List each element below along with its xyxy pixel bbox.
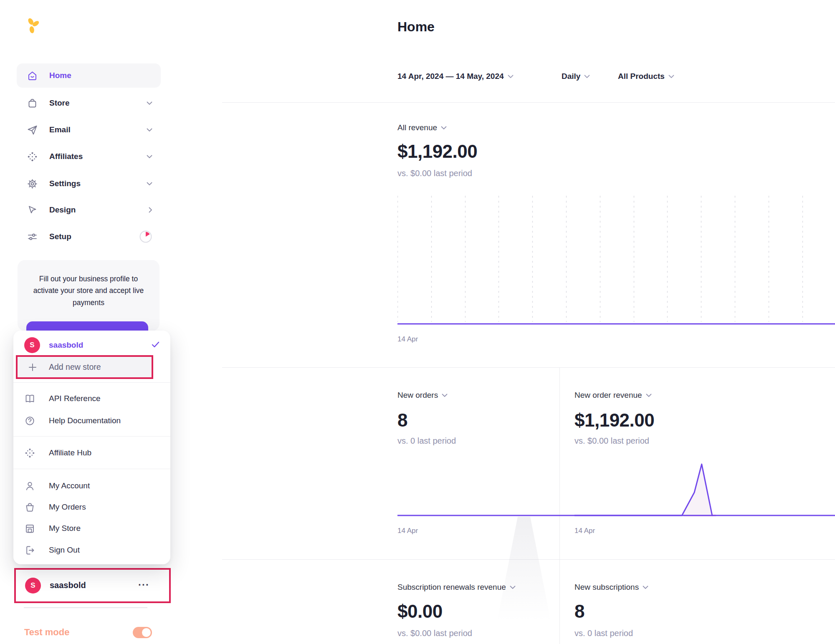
chevron-down-icon [646, 394, 652, 397]
metric-comparison: vs. 0 last period [574, 629, 633, 638]
setup-progress-icon [139, 230, 152, 243]
add-new-store-label: Add new store [49, 362, 101, 372]
metric-title: Subscription renewals revenue [397, 583, 506, 592]
divider [222, 367, 835, 368]
user-icon [24, 480, 35, 492]
store-avatar: S [25, 578, 41, 593]
sidebar-item-email[interactable]: Email [17, 118, 161, 142]
ellipsis-menu-icon[interactable]: ··· [138, 579, 149, 591]
sidebar-item-label: Email [49, 125, 71, 134]
chevron-down-icon [668, 75, 674, 78]
sidebar-item-setup[interactable]: Setup [17, 225, 161, 249]
store-avatar: S [24, 337, 40, 353]
chevron-right-icon [149, 207, 152, 213]
send-icon [27, 124, 38, 136]
app-logo[interactable] [26, 17, 41, 38]
business-profile-card: Fill out your business profile to activa… [18, 260, 159, 331]
metric-value: 8 [397, 410, 407, 431]
sidebar-item-settings[interactable]: Settings [17, 172, 161, 196]
sidebar-item-label: Setup [49, 232, 71, 241]
chart-spike-shadow [493, 517, 555, 644]
store-popup-menu: S saasbold Add new store API Reference [13, 331, 170, 564]
metric-title: All revenue [397, 123, 437, 132]
divider [222, 102, 835, 103]
book-icon [24, 393, 35, 404]
date-range-value: 14 Apr, 2024 — 14 May, 2024 [397, 72, 504, 81]
popup-item-label: Affiliate Hub [49, 448, 91, 457]
popup-item-sign-out[interactable]: Sign Out [13, 539, 170, 561]
divider [24, 607, 147, 608]
popup-item-my-store[interactable]: My Store [13, 518, 170, 539]
annotation-box-add-new-store: Add new store [16, 355, 153, 379]
sidebar-item-label: Affiliates [49, 152, 83, 161]
metric-dropdown-all-revenue[interactable]: All revenue [397, 123, 447, 132]
metric-title: New orders [397, 391, 438, 400]
popup-item-my-account[interactable]: My Account [13, 475, 170, 497]
metric-dropdown-new-subscriptions[interactable]: New subscriptions [574, 583, 648, 592]
home-icon [27, 70, 38, 81]
all-revenue-chart [397, 195, 835, 325]
popup-current-store[interactable]: S saasbold [13, 335, 170, 356]
chevron-down-icon [584, 75, 590, 78]
popup-item-affiliate-hub[interactable]: Affiliate Hub [13, 442, 170, 464]
metric-comparison: vs. $0.00 last period [574, 436, 649, 446]
x-axis-label: 14 Apr [574, 527, 595, 535]
gear-icon [27, 178, 38, 189]
divider [13, 469, 170, 469]
add-new-store-item[interactable]: Add new store [18, 357, 152, 377]
help-circle-icon [24, 415, 35, 427]
popup-item-api-reference[interactable]: API Reference [13, 388, 170, 409]
annotation-box-store-switcher: S saasbold ··· [14, 568, 171, 603]
metric-title: New subscriptions [574, 583, 639, 592]
divider [13, 436, 170, 437]
granularity-filter[interactable]: Daily [562, 71, 590, 82]
sign-out-icon [24, 545, 35, 556]
sidebar-item-label: Home [49, 71, 71, 80]
basket-icon [24, 502, 35, 513]
store-switcher-row[interactable]: S saasbold ··· [16, 570, 169, 601]
plus-icon [27, 362, 38, 373]
check-icon [152, 341, 159, 350]
sidebar-item-label: Store [49, 98, 70, 108]
sidebar-item-home[interactable]: Home [17, 63, 161, 88]
sidebar-item-store[interactable]: Store [17, 91, 161, 115]
popup-item-label: Sign Out [49, 546, 80, 555]
popup-item-label: Help Documentation [49, 416, 121, 425]
popup-item-label: My Store [49, 524, 81, 533]
chevron-down-icon [147, 182, 152, 186]
lemon-logo-icon [26, 17, 41, 38]
metric-comparison: vs. 0 last period [397, 436, 456, 446]
storefront-icon [24, 523, 35, 534]
business-profile-text: Fill out your business profile to activa… [33, 275, 144, 307]
product-filter-value: All Products [618, 72, 665, 81]
date-range-filter[interactable]: 14 Apr, 2024 — 14 May, 2024 [397, 71, 514, 82]
sidebar-item-affiliates[interactable]: Affiliates [17, 144, 161, 169]
metric-comparison: vs. $0.00 last period [397, 169, 472, 178]
metric-dropdown-new-orders[interactable]: New orders [397, 391, 448, 400]
shopping-bag-icon [27, 98, 38, 109]
sliders-icon [27, 231, 38, 242]
chevron-down-icon [441, 126, 447, 130]
popup-store-name: saasbold [49, 341, 83, 350]
popup-item-help-documentation[interactable]: Help Documentation [13, 410, 170, 432]
metric-title: New order revenue [574, 391, 642, 400]
popup-item-label: My Orders [49, 503, 86, 512]
metric-dropdown-subscription-renewals[interactable]: Subscription renewals revenue [397, 583, 516, 592]
dots-cluster-icon [27, 151, 38, 162]
store-name: saasbold [50, 581, 86, 590]
x-axis-label: 14 Apr [397, 335, 418, 343]
sidebar-item-design[interactable]: Design [17, 198, 161, 222]
test-mode-toggle[interactable] [133, 627, 152, 638]
page-title: Home [397, 19, 435, 35]
chevron-down-icon [442, 394, 448, 397]
popup-item-label: API Reference [49, 394, 101, 403]
metric-value: $1,192.00 [574, 410, 654, 431]
metric-value: $0.00 [397, 601, 443, 622]
metric-value: 8 [574, 601, 584, 622]
main-content: Home 14 Apr, 2024 — 14 May, 2024 Daily A… [175, 0, 835, 644]
test-mode-label: Test mode [24, 627, 69, 638]
metric-value: $1,192.00 [397, 141, 477, 162]
popup-item-my-orders[interactable]: My Orders [13, 496, 170, 518]
metric-dropdown-new-order-revenue[interactable]: New order revenue [574, 391, 652, 400]
product-filter[interactable]: All Products [618, 71, 674, 82]
